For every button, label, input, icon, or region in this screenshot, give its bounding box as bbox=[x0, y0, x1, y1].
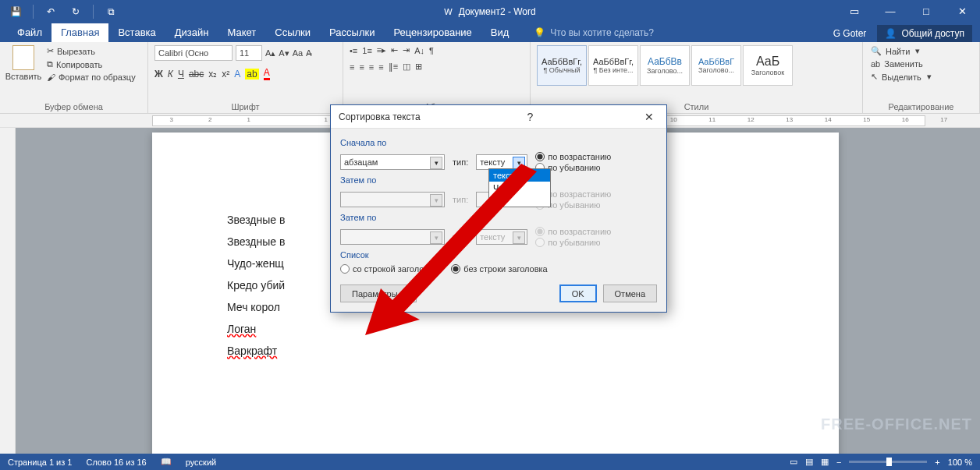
radio-with-header[interactable]: со строкой заголовка bbox=[340, 264, 437, 274]
align-right-icon[interactable]: ≡ bbox=[369, 62, 374, 72]
ok-button[interactable]: OK bbox=[559, 284, 597, 302]
radio-without-header[interactable]: без строки заголовка bbox=[451, 264, 547, 274]
shading-icon[interactable]: ◫ bbox=[403, 62, 410, 72]
paste-button[interactable]: Вставить bbox=[6, 45, 41, 83]
radio-asc-1[interactable]: по возрастанию bbox=[535, 152, 611, 161]
document-line[interactable]: Звездные в bbox=[227, 231, 285, 253]
spellcheck-icon[interactable]: 📖 bbox=[161, 457, 172, 467]
sort-icon[interactable]: A↓ bbox=[414, 46, 424, 55]
decrease-indent-icon[interactable]: ⇤ bbox=[391, 45, 398, 55]
minimize-icon[interactable]: — bbox=[872, 0, 908, 23]
increase-indent-icon[interactable]: ⇥ bbox=[403, 45, 410, 55]
ribbon-display-icon[interactable]: ▭ bbox=[836, 0, 872, 23]
grow-font-icon[interactable]: A▴ bbox=[265, 48, 275, 58]
document-line[interactable]: Чудо-женщ bbox=[227, 253, 285, 274]
undo-icon[interactable]: ↶ bbox=[40, 2, 62, 21]
subscript-icon[interactable]: x₂ bbox=[208, 69, 217, 80]
dialog-help-icon[interactable]: ? bbox=[522, 111, 538, 123]
text-effects-icon[interactable]: A bbox=[234, 69, 240, 80]
document-line[interactable]: Варкрафт bbox=[227, 340, 285, 362]
tab-home[interactable]: Главная bbox=[51, 23, 108, 42]
zoom-slider[interactable] bbox=[849, 461, 927, 463]
view-print-icon[interactable]: ▤ bbox=[805, 457, 813, 467]
shrink-font-icon[interactable]: A▾ bbox=[279, 48, 289, 58]
maximize-icon[interactable]: □ bbox=[908, 0, 944, 23]
font-name-combo[interactable]: Calibri (Осно bbox=[154, 45, 233, 61]
sort-type-combo-1[interactable]: тексту bbox=[476, 154, 527, 170]
document-line[interactable]: Звездные в bbox=[227, 209, 285, 231]
tab-view[interactable]: Вид bbox=[481, 23, 519, 42]
font-size-combo[interactable]: 11 bbox=[236, 45, 262, 61]
options-button[interactable]: Параметры... bbox=[340, 284, 417, 302]
tab-references[interactable]: Ссылки bbox=[265, 23, 320, 42]
dialog-close-icon[interactable]: ✕ bbox=[640, 111, 659, 123]
view-web-icon[interactable]: ▦ bbox=[821, 457, 829, 467]
style-item[interactable]: АаБЗаголовок bbox=[743, 45, 793, 86]
clear-format-icon[interactable]: A̶ bbox=[306, 48, 312, 58]
borders-icon[interactable]: ⊞ bbox=[415, 62, 422, 72]
strike-button[interactable]: abc bbox=[189, 69, 204, 80]
close-icon[interactable]: ✕ bbox=[944, 0, 980, 23]
multilevel-icon[interactable]: ≡▸ bbox=[377, 45, 386, 55]
font-color-icon[interactable]: A bbox=[264, 67, 270, 80]
cancel-button[interactable]: Отмена bbox=[603, 284, 657, 302]
tab-review[interactable]: Рецензирование bbox=[384, 23, 481, 42]
dropdown-option[interactable]: Д bbox=[489, 194, 550, 207]
document-line[interactable]: Кредо убий bbox=[227, 274, 285, 296]
zoom-out-icon[interactable]: − bbox=[836, 458, 841, 467]
numbering-icon[interactable]: 1≡ bbox=[362, 46, 372, 55]
copy-button[interactable]: ⧉Копировать bbox=[45, 58, 137, 70]
touch-mode-icon[interactable]: ⧉ bbox=[100, 2, 122, 21]
tell-me-search[interactable]: 💡 Что вы хотите сделать? bbox=[534, 27, 654, 42]
document-line[interactable]: Логан bbox=[227, 318, 285, 340]
user-name[interactable]: G Goter bbox=[833, 28, 867, 39]
then-by-combo-1[interactable] bbox=[340, 192, 445, 207]
tab-insert[interactable]: Вставка bbox=[108, 23, 165, 42]
group-paragraph: •≡ 1≡ ≡▸ ⇤ ⇥ A↓ ¶ ≡ ≡ ≡ ≡ ‖≡ ◫ ⊞ Абзац bbox=[343, 42, 531, 113]
superscript-icon[interactable]: x² bbox=[222, 69, 229, 80]
tab-file[interactable]: Файл bbox=[8, 23, 51, 42]
tab-layout[interactable]: Макет bbox=[218, 23, 265, 42]
cut-button[interactable]: ✂Вырезать bbox=[45, 45, 137, 57]
tab-mailings[interactable]: Рассылки bbox=[320, 23, 384, 42]
zoom-level[interactable]: 100 % bbox=[948, 458, 972, 467]
style-item[interactable]: АаБбВвГг,¶ Обычный bbox=[537, 45, 587, 86]
justify-icon[interactable]: ≡ bbox=[378, 62, 383, 72]
italic-button[interactable]: К bbox=[168, 69, 173, 80]
zoom-in-icon[interactable]: + bbox=[935, 458, 939, 467]
dropdown-option[interactable]: тексту bbox=[489, 169, 550, 182]
view-read-icon[interactable]: ▭ bbox=[790, 457, 797, 467]
redo-icon[interactable]: ↻ bbox=[65, 2, 87, 21]
highlight-icon[interactable]: ab bbox=[245, 69, 258, 80]
document-line[interactable]: Меч корол bbox=[227, 296, 285, 318]
find-button[interactable]: 🔍Найти▾ bbox=[869, 45, 973, 57]
sort-by-combo[interactable]: абзацам bbox=[340, 154, 445, 170]
underline-button[interactable]: Ч bbox=[178, 69, 184, 80]
group-editing: 🔍Найти▾ abЗаменить ↖Выделить▾ Редактиров… bbox=[863, 42, 980, 113]
format-painter-button[interactable]: 🖌Формат по образцу bbox=[45, 72, 137, 83]
style-item[interactable]: АаБбВвГг,¶ Без инте... bbox=[588, 45, 638, 86]
line-spacing-icon[interactable]: ‖≡ bbox=[389, 62, 398, 72]
change-case-icon[interactable]: Aa bbox=[293, 48, 303, 58]
show-marks-icon[interactable]: ¶ bbox=[429, 46, 434, 55]
status-language[interactable]: русский bbox=[186, 458, 216, 467]
bullets-icon[interactable]: •≡ bbox=[350, 46, 357, 55]
align-left-icon[interactable]: ≡ bbox=[350, 62, 354, 72]
style-item[interactable]: АаБбВвГЗаголово... bbox=[691, 45, 741, 86]
status-words[interactable]: Слово 16 из 16 bbox=[86, 458, 146, 467]
vertical-ruler[interactable] bbox=[0, 128, 16, 454]
dialog-titlebar[interactable]: Сортировка текста ? ✕ bbox=[331, 105, 666, 129]
status-page[interactable]: Страница 1 из 1 bbox=[8, 458, 72, 467]
dropdown-option[interactable]: Число bbox=[489, 182, 550, 194]
save-icon[interactable]: 💾 bbox=[5, 2, 27, 21]
style-item[interactable]: АаБбВвЗаголово... bbox=[640, 45, 690, 86]
replace-button[interactable]: abЗаменить bbox=[869, 58, 973, 69]
align-center-icon[interactable]: ≡ bbox=[359, 62, 364, 72]
sort-type-dropdown[interactable]: текстуЧислоД bbox=[488, 168, 551, 207]
bold-button[interactable]: Ж bbox=[154, 69, 163, 80]
tab-design[interactable]: Дизайн bbox=[165, 23, 218, 42]
select-button[interactable]: ↖Выделить▾ bbox=[869, 71, 973, 83]
styles-gallery[interactable]: АаБбВвГг,¶ ОбычныйАаБбВвГг,¶ Без инте...… bbox=[537, 45, 856, 86]
share-button[interactable]: 👤 Общий доступ bbox=[877, 25, 972, 42]
document-text[interactable]: Звездные вЗвездные вЧудо-женщКредо убийМ… bbox=[227, 209, 285, 362]
